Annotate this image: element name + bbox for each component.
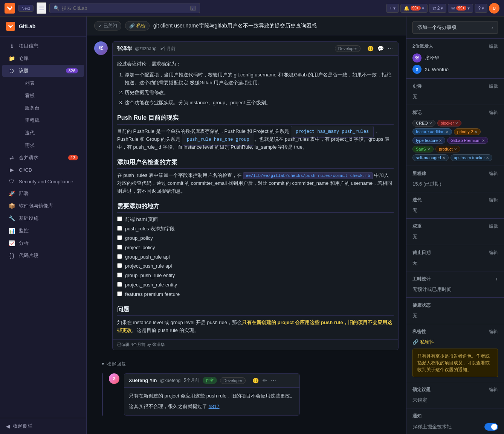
chevron-down-icon: ▾ xyxy=(422,6,424,11)
slash-shortcut: / xyxy=(190,6,196,11)
weight-edit-button[interactable]: 编辑 xyxy=(489,223,498,230)
label-product[interactable]: product ✕ xyxy=(435,146,460,152)
user-avatar[interactable]: U xyxy=(489,3,499,14)
checkbox[interactable] xyxy=(117,254,122,259)
search-bar[interactable]: 🔍 / xyxy=(49,3,200,13)
assignees-edit-button[interactable]: 编辑 xyxy=(489,43,498,50)
issue-reference-link[interactable]: #817 xyxy=(209,404,220,409)
checkbox[interactable] xyxy=(117,282,122,287)
add-todo-button[interactable]: 添加一个待办事项 › xyxy=(412,21,498,34)
lock-edit-button[interactable]: 编辑 xyxy=(489,387,498,393)
push-rule-description: 目前的 PushRule 是一个单独的数据库表存储的，PushRule 和 Pr… xyxy=(117,128,394,151)
plus-icon: + xyxy=(389,6,392,11)
comment-content: 经过会议讨论，需求确定为： 添加一个配置项，当用户推送代码时，校验用户的 git… xyxy=(113,56,398,339)
sub-emoji-button[interactable]: 🙂 xyxy=(252,377,260,384)
label-upstream-tracker[interactable]: upstream tracker ✕ xyxy=(451,154,493,161)
time-stats-add-button[interactable]: + xyxy=(495,277,498,282)
sidebar-item-deployments[interactable]: 🚀 部署 xyxy=(2,187,84,199)
sidebar-item-cicd[interactable]: ▶ CI/CD xyxy=(2,164,84,175)
label-self-managed[interactable]: self-managed ✕ xyxy=(412,154,449,161)
checkbox[interactable] xyxy=(117,216,122,221)
sidebar-item-packages[interactable]: 📦 软件包与镜像库 xyxy=(2,200,84,212)
epic-edit-button[interactable]: 编辑 xyxy=(489,83,498,90)
iteration-edit-button[interactable]: 编辑 xyxy=(489,197,498,203)
milestone-edit-button[interactable]: 编辑 xyxy=(489,171,498,177)
sidebar-item-service-desk[interactable]: 服务台 xyxy=(19,102,84,114)
merge-icon: ⇄ xyxy=(8,155,15,161)
label-remove-icon[interactable]: ✕ xyxy=(446,130,449,134)
gitlab-logo[interactable] xyxy=(5,3,15,14)
label-remove-icon[interactable]: ✕ xyxy=(442,156,445,160)
list-item: project_push_rule entity xyxy=(117,281,394,289)
labels-edit-button[interactable]: 编辑 xyxy=(489,110,498,116)
label-creq[interactable]: CREQ ✕ xyxy=(412,120,435,126)
more-button[interactable]: ⋯ xyxy=(387,45,394,52)
checkbox[interactable] xyxy=(117,291,122,296)
comment-username: @zhzhang xyxy=(135,46,157,51)
checkbox[interactable] xyxy=(117,235,122,240)
collapse-sidebar-button[interactable]: ◀ 收起侧栏 xyxy=(0,418,86,434)
lock-title: 锁定议题 xyxy=(412,387,431,393)
sidebar-item-label: 基础设施 xyxy=(19,215,38,222)
epic-value: 无 xyxy=(412,94,417,99)
checkbox[interactable] xyxy=(117,226,122,231)
hamburger-icon[interactable]: ☰ xyxy=(37,2,46,14)
label-feature-addition[interactable]: feature addition ✕ xyxy=(412,128,452,135)
sidebar-item-board[interactable]: 看板 xyxy=(19,90,84,102)
notification-toggle[interactable] xyxy=(484,423,498,431)
sidebar-item-milestones[interactable]: 里程碑 xyxy=(19,114,84,126)
privacy-edit-button[interactable]: 编辑 xyxy=(489,329,498,335)
search-input[interactable] xyxy=(62,5,188,11)
label-remove-icon[interactable]: ✕ xyxy=(454,147,457,151)
label-gitlab-premium[interactable]: GitLab Premium ✕ xyxy=(447,137,488,144)
sidebar-item-requirements[interactable]: 需求 xyxy=(19,139,84,151)
sub-edit-button[interactable]: ✏ xyxy=(262,377,268,384)
label-priority-2[interactable]: priority 2 ✕ xyxy=(454,128,481,135)
label-saas[interactable]: SaaS ✕ xyxy=(412,146,434,152)
todos-button[interactable]: ✉ 99+ ▾ xyxy=(448,4,473,13)
labels-header: 标记 编辑 xyxy=(412,110,498,116)
sidebar-item-list[interactable]: 列表 xyxy=(19,77,84,89)
label-remove-icon[interactable]: ✕ xyxy=(439,139,442,143)
label-remove-icon[interactable]: ✕ xyxy=(482,139,485,143)
merge-requests-button[interactable]: ⇄ 2 ▾ xyxy=(429,4,447,13)
plus-menu-button[interactable]: + ▾ xyxy=(386,4,399,13)
sidebar-item-iterations[interactable]: 迭代 xyxy=(19,127,84,139)
sidebar-item-issues[interactable]: ⬡ 议题 826 xyxy=(2,65,84,77)
sidebar-item-repository[interactable]: 📁 仓库 xyxy=(2,52,84,64)
sub-content-1: 只有在新创建的 project 会应用这些 push rule，旧的项目不会应用… xyxy=(129,392,295,400)
assignees-title: 2位派发人 xyxy=(412,43,433,50)
checkbox[interactable] xyxy=(117,273,122,277)
reply-button[interactable]: 💬 xyxy=(377,45,385,52)
help-button[interactable]: ? ▾ xyxy=(475,4,487,13)
notification-section: 通知 @稀土掘金技术社 xyxy=(406,408,504,434)
sidebar-item-security[interactable]: 🛡 Security and Compliance xyxy=(2,176,84,187)
notifications-button[interactable]: 🔔 99+ ▾ xyxy=(400,4,428,13)
label-remove-icon[interactable]: ✕ xyxy=(474,130,477,134)
checkbox[interactable] xyxy=(117,263,122,268)
next-button[interactable]: Next xyxy=(18,5,34,12)
todo-icon: ✉ xyxy=(451,6,455,11)
sub-more-button[interactable]: ⋯ xyxy=(270,377,277,384)
labels-section: 标记 编辑 CREQ ✕ blocker ✕ feature addition … xyxy=(406,105,504,166)
list-item: 添加一个配置项，当用户推送代码时，校验用户的 git.config.userna… xyxy=(125,71,394,87)
due-date-edit-button[interactable]: 编辑 xyxy=(489,250,498,256)
label-remove-icon[interactable]: ✕ xyxy=(427,147,430,151)
sidebar-item-project-info[interactable]: ℹ 项目信息 xyxy=(2,40,84,52)
emoji-button[interactable]: 🙂 xyxy=(367,45,374,52)
checkbox[interactable] xyxy=(117,245,122,250)
sidebar-item-infrastructure[interactable]: 🔧 基础设施 xyxy=(2,212,84,224)
label-remove-icon[interactable]: ✕ xyxy=(429,121,432,125)
section-title-need: 需要添加的地方 xyxy=(117,201,394,213)
list-item: project_policy xyxy=(117,244,394,252)
privacy-title: 私密性 xyxy=(412,329,426,335)
sidebar-item-monitoring[interactable]: 📊 监控 xyxy=(2,225,84,237)
label-remove-icon[interactable]: ✕ xyxy=(486,156,489,160)
label-type-feature[interactable]: type feature ✕ xyxy=(412,137,445,144)
label-blocker[interactable]: blocker ✕ xyxy=(437,120,461,126)
label-remove-icon[interactable]: ✕ xyxy=(455,121,458,125)
collapse-replies-button[interactable]: ▾ 收起回复 xyxy=(94,358,134,370)
sidebar-item-merge-requests[interactable]: ⇄ 合并请求 13 xyxy=(2,152,84,164)
sidebar-item-analytics[interactable]: 📈 分析 xyxy=(2,237,84,249)
sidebar-item-snippets[interactable]: { } 代码片段 xyxy=(2,250,84,262)
